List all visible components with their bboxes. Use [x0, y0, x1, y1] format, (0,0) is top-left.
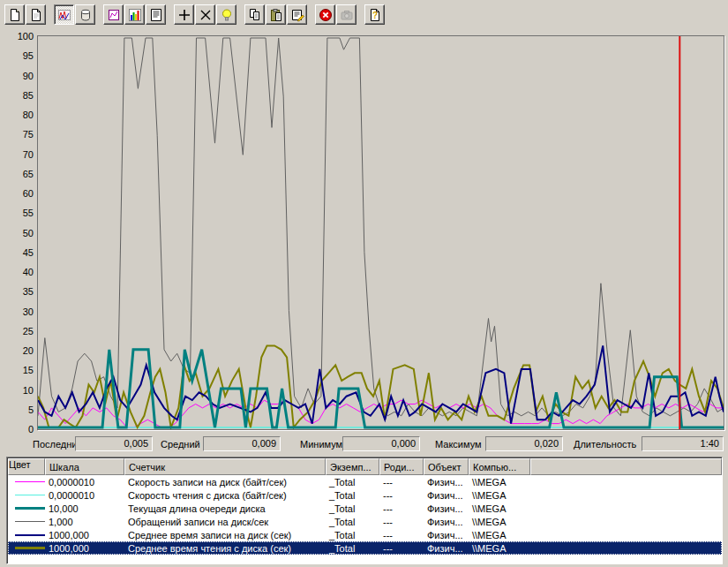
clear-page-icon [29, 8, 43, 22]
column-header-object[interactable]: Объект [424, 458, 469, 475]
counter-computer: \\MEGA [469, 490, 530, 501]
counter-scale: 1,000 [45, 517, 124, 527]
y-tick-label: 80 [2, 110, 34, 120]
counter-name: Скорость чтения с диска (байт/сек) [124, 490, 326, 501]
y-tick-label: 85 [2, 90, 34, 101]
stat-label: Средний [161, 439, 200, 450]
counter-instance: _Total [326, 543, 379, 554]
view-current-activity-button[interactable] [54, 4, 74, 25]
legend-row[interactable]: 0,0000010 Скорость записи на диск (байт/… [8, 475, 722, 488]
column-header-computer[interactable]: Компью... [469, 458, 530, 475]
graph-icon [107, 8, 121, 22]
y-tick-label: 40 [2, 267, 34, 277]
counter-color-cell [8, 495, 45, 495]
report-icon [149, 8, 163, 22]
view-graph-button[interactable] [103, 4, 124, 25]
legend-body: 0,0000010 Скорость записи на диск (байт/… [8, 475, 722, 555]
legend-row[interactable]: 10,000 Текущая длина очереди диска _Tota… [8, 502, 722, 515]
stat-label: Минимум [300, 439, 342, 450]
highlight-button[interactable] [216, 4, 236, 25]
counter-name: Обращений записи на диск/сек [124, 517, 326, 527]
stat-value-field: 0,005 [75, 436, 153, 451]
y-tick-label: 60 [2, 188, 34, 199]
counter-object: Физич... [424, 517, 469, 527]
counter-color-swatch [15, 521, 45, 522]
legend-row[interactable]: 1,000 Обращений записи на диск/сек _Tota… [8, 515, 722, 528]
counter-color-cell [8, 481, 45, 482]
toolbar-separator [357, 4, 364, 25]
column-header-scale[interactable]: Шкала [45, 458, 124, 475]
counter-name: Скорость записи на диск (байт/сек) [124, 477, 326, 488]
copy-properties-button[interactable] [244, 4, 265, 25]
counter-computer: \\MEGA [469, 530, 530, 541]
help-button[interactable]: ? [364, 4, 385, 25]
counter-color-swatch [15, 507, 45, 510]
help-icon: ? [368, 8, 382, 22]
paste-counter-list-button[interactable] [266, 4, 286, 25]
view-report-button[interactable] [146, 4, 166, 25]
chart-plot-area [37, 35, 724, 430]
view-histogram-button[interactable] [124, 4, 145, 25]
y-tick-label: 30 [2, 306, 34, 317]
counter-parent: --- [379, 543, 424, 554]
new-counter-set-button[interactable] [4, 4, 25, 25]
y-tick-label: 70 [2, 149, 34, 160]
counter-computer: \\MEGA [469, 543, 530, 554]
paste-icon [269, 8, 283, 22]
counter-scale: 1000,000 [45, 543, 124, 554]
update-data-button [336, 4, 356, 25]
column-header-counter[interactable]: Счетчик [124, 458, 326, 475]
y-tick-label: 45 [2, 247, 34, 258]
column-header-instance[interactable]: Экземп... [326, 458, 379, 475]
counter-computer: \\MEGA [469, 477, 530, 488]
histogram-icon [128, 8, 142, 22]
counter-parent: --- [379, 503, 424, 514]
counter-parent: --- [379, 517, 424, 527]
properties-icon [290, 8, 304, 22]
delete-counter-button[interactable] [195, 4, 215, 25]
counter-object: Физич... [424, 477, 469, 488]
legend-row[interactable]: 1000,000 Среднее время записи на диск (с… [8, 528, 722, 541]
current-activity-icon [57, 8, 71, 22]
stat-label: Максимум [435, 439, 482, 450]
legend-table: Цвет Шкала Счетчик Экземп... Роди... Объ… [6, 457, 723, 564]
clear-display-button[interactable] [26, 4, 46, 25]
column-header-color[interactable]: Цвет [8, 458, 45, 475]
counter-color-swatch [15, 547, 45, 549]
counter-color-swatch [15, 481, 45, 482]
counter-parent: --- [379, 490, 424, 501]
perfmon-window: { "toolbar": { "buttons": [ {"name":"new… [0, 0, 728, 567]
counter-color-swatch [15, 495, 45, 495]
legend-row[interactable]: 1000,000 Среднее время чтения с диска (с… [8, 541, 722, 555]
y-tick-label: 75 [2, 129, 34, 140]
y-tick-label: 50 [2, 228, 34, 238]
counter-object: Физич... [424, 543, 469, 554]
counter-instance: _Total [326, 490, 379, 501]
toolbar-separator [96, 4, 103, 25]
counter-object: Физич... [424, 490, 469, 501]
freeze-icon [319, 8, 333, 22]
stat-value-field: 0,009 [203, 436, 281, 451]
freeze-display-button[interactable] [315, 4, 335, 25]
counter-color-cell [8, 507, 45, 510]
legend-row[interactable]: 0,0000010 Скорость чтения с диска (байт/… [8, 488, 722, 502]
view-log-data-button[interactable] [75, 4, 95, 25]
properties-button[interactable] [287, 4, 307, 25]
plus-icon [177, 8, 191, 22]
counter-instance: _Total [326, 477, 379, 488]
toolbar: ? [0, 0, 728, 29]
toolbar-separator [167, 4, 174, 25]
svg-text:?: ? [372, 11, 377, 20]
y-tick-label: 65 [2, 169, 34, 179]
counter-color-swatch [15, 534, 45, 536]
y-tick-label: 55 [2, 208, 34, 218]
toolbar-separator [308, 4, 315, 25]
legend-header: Цвет Шкала Счетчик Экземп... Роди... Объ… [8, 458, 722, 475]
add-counter-button[interactable] [174, 4, 194, 25]
counter-name: Среднее время записи на диск (сек) [124, 530, 326, 541]
y-tick-label: 35 [2, 286, 34, 297]
counter-name: Среднее время чтения с диска (сек) [124, 543, 326, 554]
counter-color-cell [8, 521, 45, 522]
column-header-parent[interactable]: Роди... [379, 458, 424, 475]
counter-object: Физич... [424, 530, 469, 541]
